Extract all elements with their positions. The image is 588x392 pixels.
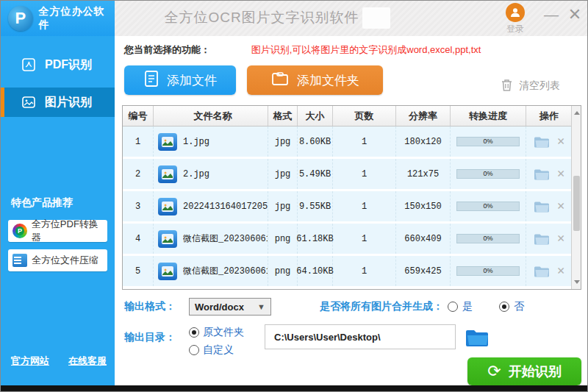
cell-format: jpg <box>268 191 298 221</box>
add-folder-label: 添加文件夹 <box>297 72 359 89</box>
sidebar-item-label: PDF识别 <box>45 57 92 73</box>
remove-file-button[interactable]: ✕ <box>557 135 564 148</box>
cell-format: jpg <box>268 159 298 189</box>
function-description: 图片识别,可以将图片里的文字识别成word,excel,ppt,txt <box>251 44 481 55</box>
cell-pages: 1 <box>333 126 396 157</box>
remove-file-button[interactable]: ✕ <box>557 200 564 213</box>
filename-text: 微信截图_2023060610240 <box>183 232 268 245</box>
progress-bar: 0% <box>456 234 520 243</box>
table-body: 1 1.jpg jpg 8.60KB 1 180x120 0% ✕ 2 2.jp… <box>123 126 572 288</box>
chevron-down-icon: ▼ <box>257 302 265 311</box>
output-format-label: 输出格式： <box>124 300 176 313</box>
app-title: 全方位OCR图片文字识别软件 <box>151 8 372 27</box>
merge-option-group: 是否将所有图片合并生成： 是 否 <box>320 300 524 313</box>
cell-pages: 1 <box>333 191 396 221</box>
image-thumbnail-icon <box>158 230 177 248</box>
cell-size: 5.49KB <box>298 159 333 189</box>
output-dir-label: 输出目录： <box>124 331 176 344</box>
cell-format: png <box>268 256 298 286</box>
cell-resolution: 150x150 <box>396 191 451 221</box>
official-site-link[interactable]: 官方网站 <box>11 354 49 368</box>
cell-resolution: 180x120 <box>396 126 451 157</box>
header-pages: 页数 <box>333 106 396 126</box>
promo-file-compress-button[interactable]: 全方位文件压缩 <box>8 249 107 271</box>
main-panel: 您当前选择的功能： 图片识别,可以将图片里的文字识别成word,excel,pp… <box>115 36 588 387</box>
add-file-button[interactable]: 添加文件 <box>124 65 236 95</box>
file-compress-icon <box>12 254 27 267</box>
open-folder-button[interactable] <box>534 168 550 181</box>
cell-no: 4 <box>123 224 154 254</box>
promo-pdf-converter-button[interactable]: P 全方位PDF转换器 <box>8 220 107 242</box>
document-icon <box>143 70 159 91</box>
online-support-link[interactable]: 在线客服 <box>68 354 107 368</box>
source-folder-radio[interactable] <box>189 327 199 338</box>
custom-folder-radio[interactable] <box>189 345 199 355</box>
start-recognition-button[interactable]: ⟳ 开始识别 <box>467 357 581 385</box>
output-path-input[interactable] <box>265 324 456 349</box>
merge-yes-label[interactable]: 是 <box>462 300 473 313</box>
merge-label: 是否将所有图片合并生成： <box>320 300 443 313</box>
titlebar: P 全方位办公软件 全方位OCR图片文字识别软件 登录 — ✕ <box>1 1 588 36</box>
filename-text: 微信截图_2023060610254 <box>183 265 268 277</box>
progress-bar: 0% <box>456 266 520 276</box>
output-format-row: 输出格式： Word/docx ▼ 是否将所有图片合并生成： 是 否 <box>124 298 524 316</box>
progress-bar: 0% <box>456 169 520 179</box>
source-folder-label[interactable]: 原文件夹 <box>203 326 244 339</box>
image-thumbnail-icon <box>158 198 177 215</box>
image-file-icon <box>21 95 36 110</box>
cell-progress: 0% <box>451 126 526 157</box>
refresh-icon: ⟳ <box>487 363 501 379</box>
output-format-select[interactable]: Word/docx ▼ <box>189 298 271 316</box>
cell-progress: 0% <box>451 224 526 254</box>
table-row[interactable]: 1 1.jpg jpg 8.60KB 1 180x120 0% ✕ <box>123 126 572 157</box>
table-row[interactable]: 4 微信截图_2023060610240 png 61.18KB 1 660x4… <box>123 224 572 254</box>
progress-label: 0% <box>457 170 519 178</box>
promo-label: 全方位PDF转换器 <box>32 218 107 244</box>
open-folder-button[interactable] <box>534 265 550 278</box>
add-folder-button[interactable]: 添加文件夹 <box>247 65 383 95</box>
cell-actions: ✕ <box>526 159 572 189</box>
login-button[interactable]: 登录 <box>498 3 533 35</box>
scrollbar-thumb[interactable] <box>573 176 580 231</box>
open-folder-button[interactable] <box>534 200 550 213</box>
cell-progress: 0% <box>451 191 526 221</box>
cell-filename: 20224131640172057.jpg <box>154 191 268 221</box>
open-folder-button[interactable] <box>534 135 550 149</box>
user-login-icon <box>506 3 525 22</box>
custom-folder-label[interactable]: 自定义 <box>203 343 234 357</box>
brand-logo-letter: P <box>15 9 26 28</box>
merge-no-label[interactable]: 否 <box>514 300 524 313</box>
minimize-button[interactable]: — <box>542 7 561 23</box>
cell-no: 3 <box>123 191 154 221</box>
remove-file-button[interactable]: ✕ <box>557 265 564 277</box>
open-folder-button[interactable] <box>534 232 550 246</box>
table-row[interactable]: 3 20224131640172057.jpg jpg 9.55KB 1 150… <box>123 191 572 221</box>
header-actions: 操作 <box>526 106 572 126</box>
table-row[interactable]: 2 2.jpg jpg 5.49KB 1 121x75 0% ✕ <box>123 159 572 189</box>
cell-pages: 1 <box>333 256 396 286</box>
header-no: 编号 <box>123 106 154 126</box>
scroll-up-icon[interactable] <box>574 111 580 115</box>
remove-file-button[interactable]: ✕ <box>557 168 564 180</box>
cell-progress: 0% <box>451 256 526 286</box>
output-format-value: Word/docx <box>195 302 244 313</box>
table-scrollbar[interactable] <box>571 106 581 289</box>
progress-label: 0% <box>457 138 519 146</box>
table-row[interactable]: 5 微信截图_2023060610254 png 64.10KB 1 659x4… <box>123 256 572 286</box>
sidebar-item-pdf-ocr[interactable]: PDF识别 <box>1 52 115 77</box>
merge-yes-radio[interactable] <box>448 302 458 312</box>
clear-list-button[interactable]: 清空列表 <box>501 78 560 94</box>
header-progress: 转换进度 <box>451 106 526 126</box>
promo-label: 全方位文件压缩 <box>32 254 98 267</box>
sidebar-item-image-ocr[interactable]: 图片识别 <box>1 88 115 117</box>
folder-icon <box>270 70 290 91</box>
merge-no-radio[interactable] <box>499 302 509 312</box>
output-directory-row: 输出目录： 原文件夹 自定义 <box>124 324 490 357</box>
scroll-down-icon[interactable] <box>574 280 580 284</box>
cell-actions: ✕ <box>526 126 572 157</box>
header-filename: 文件名称 <box>154 106 268 126</box>
browse-folder-button[interactable] <box>465 324 490 348</box>
close-button[interactable]: ✕ <box>565 7 584 23</box>
remove-file-button[interactable]: ✕ <box>557 232 564 245</box>
table-header: 编号 文件名称 格式 大小 页数 分辨率 转换进度 操作 <box>123 106 581 126</box>
